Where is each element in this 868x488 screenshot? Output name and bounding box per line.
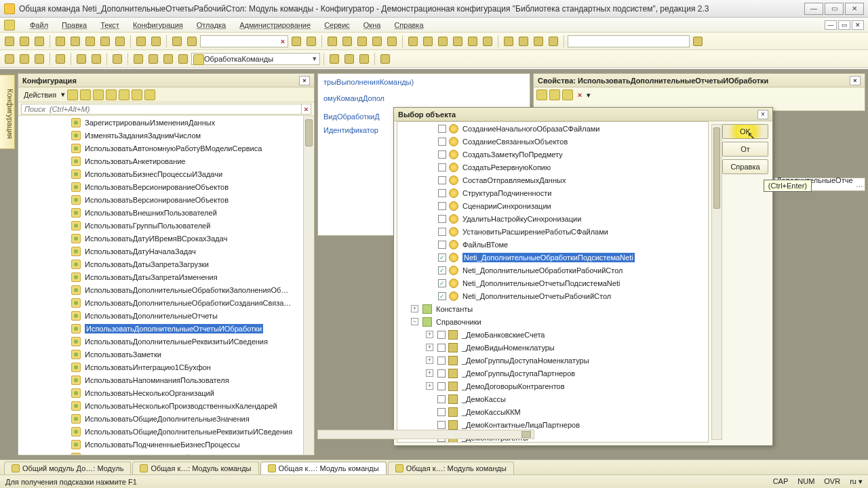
tb2-o-icon[interactable] bbox=[378, 52, 392, 66]
tree-item[interactable]: ИспользоватьДополнительныеОбработкиЗапол… bbox=[18, 283, 314, 296]
tb-d2-icon[interactable] bbox=[421, 35, 435, 48]
checkbox[interactable]: ✓ bbox=[438, 279, 446, 287]
inner-minimize[interactable]: — bbox=[825, 20, 837, 30]
tree-item[interactable]: ИспользоватьВерсионированиеОбъектов bbox=[18, 193, 314, 206]
catalog-item[interactable]: +_ДемоГруппыДоступаПартнеров bbox=[397, 367, 708, 380]
tb-d1-icon[interactable] bbox=[406, 35, 420, 48]
tb-d6-icon[interactable] bbox=[481, 35, 494, 48]
tb2-h-icon[interactable] bbox=[132, 52, 145, 66]
tb-i2-icon[interactable] bbox=[340, 35, 354, 48]
config-tree[interactable]: ЗарегистрированыИзмененияДанныхИзменятьЗ… bbox=[18, 116, 314, 455]
tb-help-icon[interactable] bbox=[385, 35, 399, 48]
checkbox[interactable] bbox=[438, 150, 446, 159]
dialog-item[interactable]: СценарииСинхронизации bbox=[397, 199, 708, 212]
dialog-item[interactable]: СоздатьЗаметкуПоПредмету bbox=[397, 148, 708, 161]
props-tb-b-icon[interactable] bbox=[549, 89, 560, 100]
tree-item[interactable]: ИспользоватьГруппыПользователей bbox=[18, 219, 314, 232]
collapse-icon[interactable]: − bbox=[411, 318, 418, 325]
tb-clock-icon[interactable] bbox=[547, 35, 560, 48]
tb-save-icon[interactable] bbox=[33, 35, 46, 48]
checkbox[interactable] bbox=[438, 202, 446, 210]
bottom-tab[interactable]: Общая к…: Модуль команды bbox=[260, 462, 387, 474]
cancel-button[interactable]: От bbox=[722, 142, 768, 157]
hscrollbar[interactable] bbox=[317, 430, 534, 439]
tree-item[interactable]: ИспользоватьДатыЗапретаЗагрузки bbox=[18, 258, 314, 270]
cfg-tb-down-icon[interactable] bbox=[119, 89, 130, 100]
tb-i4-icon[interactable] bbox=[370, 35, 384, 48]
vertical-tab[interactable]: Конфигурация bbox=[0, 75, 15, 149]
tree-item[interactable]: ИспользоватьПодчиненныеБизнесПроцессы bbox=[18, 438, 314, 451]
tree-item[interactable]: ИспользоватьНесколькоПроизводственныхКал… bbox=[18, 399, 314, 412]
actions-menu[interactable]: Действия bbox=[21, 91, 59, 99]
catalog-item[interactable]: +_ДемоВидыНоменклатуры bbox=[397, 341, 708, 354]
tb2-a-icon[interactable] bbox=[3, 52, 16, 66]
inner-close[interactable]: ✕ bbox=[852, 20, 864, 30]
close-button[interactable]: ✕ bbox=[845, 3, 864, 15]
props-clear-icon[interactable]: × bbox=[575, 91, 585, 99]
dialog-item[interactable]: СоставОтправляемыхДанных bbox=[397, 174, 708, 186]
dialog-item[interactable]: СоздатьРезервнуюКопию bbox=[397, 161, 708, 174]
checkbox[interactable] bbox=[438, 215, 446, 223]
menu-config[interactable]: Конфигурация bbox=[127, 20, 189, 30]
tree-item[interactable]: ИспользоватьДополнительныеРеквизитыИСвед… bbox=[18, 335, 314, 348]
checkbox[interactable] bbox=[438, 189, 446, 197]
tree-item[interactable]: ИспользоватьАвтономнуюРаботуВМоделиСерви… bbox=[18, 142, 314, 155]
dialog-item[interactable]: ✓Neti_ДополнительныеОбработкиПодсистемаN… bbox=[397, 251, 708, 264]
tree-item[interactable]: ИспользоватьДатуНачалаЗадач bbox=[18, 245, 314, 258]
tb-copy-icon[interactable] bbox=[68, 35, 82, 48]
config-search-clear-icon[interactable]: × bbox=[302, 104, 311, 115]
tb-e1-icon[interactable] bbox=[502, 35, 515, 48]
help-button[interactable]: Справка bbox=[722, 159, 768, 174]
tb-d3-icon[interactable] bbox=[436, 35, 450, 48]
tb-new-icon[interactable] bbox=[3, 35, 16, 48]
cfg-tb-e-icon[interactable] bbox=[132, 89, 142, 100]
tb-prev-icon[interactable] bbox=[304, 35, 318, 48]
catalog-item[interactable]: _ДемоКассыККМ bbox=[397, 405, 708, 418]
group-constants[interactable]: +Константы bbox=[397, 302, 708, 315]
tree-item[interactable]: ИспользоватьОбщиеДополнительныеРеквизиты… bbox=[18, 425, 314, 438]
menu-file[interactable]: Файл bbox=[24, 20, 54, 30]
tb-i3-icon[interactable] bbox=[355, 35, 369, 48]
search-clear-icon[interactable]: × bbox=[278, 37, 288, 45]
menu-service[interactable]: Сервис bbox=[319, 20, 355, 30]
checkbox[interactable]: ✓ bbox=[438, 266, 446, 274]
tb2-j-icon[interactable] bbox=[161, 52, 175, 66]
tree-item[interactable]: ИспользоватьДатуИВремяВСрокахЗадач bbox=[18, 232, 314, 245]
tb-d4-icon[interactable] bbox=[451, 35, 465, 48]
checkbox[interactable] bbox=[438, 176, 446, 184]
tree-item[interactable]: ЗарегистрированыИзмененияДанных bbox=[18, 116, 314, 129]
checkbox[interactable] bbox=[437, 421, 446, 429]
menu-windows[interactable]: Окна bbox=[358, 20, 387, 30]
cfg-tb-c-icon[interactable] bbox=[93, 89, 104, 100]
dialog-item[interactable]: ФайлыВТоме bbox=[397, 238, 708, 251]
tb-e3-icon[interactable] bbox=[532, 35, 545, 48]
tb-i1-icon[interactable] bbox=[326, 35, 339, 48]
tb-redo-icon[interactable] bbox=[149, 35, 163, 48]
menu-help[interactable]: Справка bbox=[389, 20, 429, 30]
tree-item[interactable]: ИспользоватьБизнесПроцессыИЗадачи bbox=[18, 167, 314, 180]
combo-large[interactable] bbox=[568, 35, 690, 47]
bottom-tab[interactable]: Общая к…: Модуль команды bbox=[388, 462, 514, 474]
proc-combo[interactable]: ОбработкаКоманды▾ bbox=[191, 53, 320, 65]
cfg-tb-filter-icon[interactable] bbox=[144, 89, 155, 100]
config-close-icon[interactable]: × bbox=[299, 76, 310, 85]
expand-icon[interactable]: + bbox=[426, 382, 433, 390]
tree-item[interactable]: ИспользоватьДополнительныеОтчеты bbox=[18, 309, 314, 322]
cfg-tb-add-icon[interactable] bbox=[67, 89, 78, 100]
expand-icon[interactable]: + bbox=[426, 344, 433, 351]
expand-icon[interactable]: + bbox=[426, 369, 433, 377]
tb2-g-icon[interactable] bbox=[111, 52, 124, 66]
expand-icon[interactable]: + bbox=[411, 305, 418, 312]
tb-cut-icon[interactable] bbox=[54, 35, 67, 48]
checkbox[interactable] bbox=[438, 228, 446, 236]
tb2-b-icon[interactable] bbox=[18, 52, 31, 66]
tree-item[interactable]: ИспользоватьАнкетирование bbox=[18, 155, 314, 167]
tb-dd-icon[interactable] bbox=[691, 35, 705, 48]
tb-find-icon[interactable] bbox=[170, 35, 184, 48]
tb-print-icon[interactable] bbox=[98, 35, 112, 48]
cfg-tb-b-icon[interactable] bbox=[80, 89, 91, 100]
tree-item[interactable]: ИспользоватьНапоминанияПользователя bbox=[18, 373, 314, 386]
props-close-icon[interactable]: × bbox=[850, 76, 861, 85]
dialog-item[interactable]: УстановитьРасширениеРаботыСФайлами bbox=[397, 225, 708, 238]
tb-paste-icon[interactable] bbox=[83, 35, 97, 48]
